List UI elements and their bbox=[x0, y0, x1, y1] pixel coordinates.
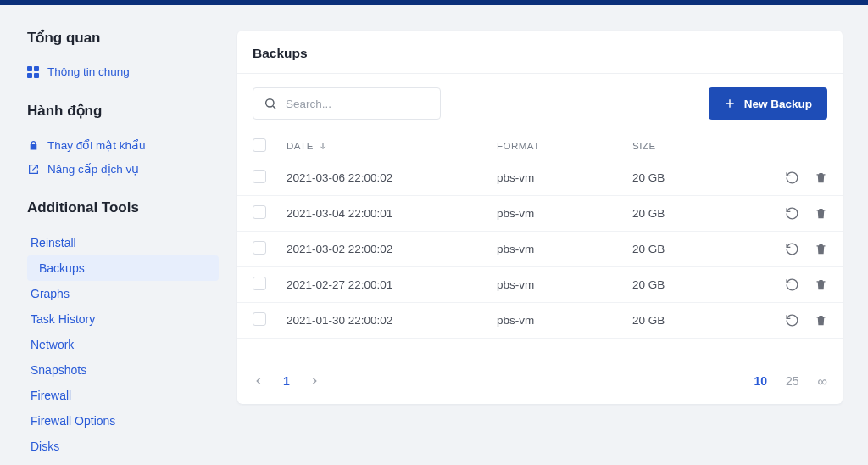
column-header-format[interactable]: FORMAT bbox=[497, 141, 632, 151]
sidebar-item-label: Firewall bbox=[31, 389, 71, 402]
main-content: Backups New Backup bbox=[237, 5, 868, 465]
restore-button[interactable] bbox=[785, 206, 799, 221]
cell-date: 2021-03-02 22:00:02 bbox=[287, 243, 497, 255]
cell-size: 20 GB bbox=[632, 278, 768, 291]
restore-button[interactable] bbox=[785, 242, 799, 256]
select-all-checkbox[interactable] bbox=[253, 138, 266, 152]
page-number[interactable]: 1 bbox=[283, 374, 290, 388]
pagination: 1 bbox=[253, 374, 320, 388]
column-header-date[interactable]: DATE bbox=[287, 141, 497, 151]
svg-rect-2 bbox=[27, 73, 32, 78]
prev-page-button[interactable] bbox=[253, 375, 264, 387]
sidebar-item-label: Graphs bbox=[31, 287, 70, 300]
sidebar-item-label: Thay đổi mật khẩu bbox=[47, 138, 146, 152]
sidebar-item-disks[interactable]: Disks bbox=[27, 434, 219, 459]
sidebar-section-tools: Additional Tools Reinstall Backups Graph… bbox=[27, 199, 219, 459]
column-label: FORMAT bbox=[497, 141, 540, 151]
column-label: DATE bbox=[287, 141, 314, 151]
cell-date: 2021-01-30 22:00:02 bbox=[287, 314, 497, 327]
sidebar-item-upgrade-service[interactable]: Nâng cấp dịch vụ bbox=[27, 157, 219, 181]
sidebar-section-title: Hành động bbox=[27, 102, 219, 120]
sidebar-item-label: Disks bbox=[31, 440, 59, 453]
sidebar-section-title: Tổng quan bbox=[27, 29, 219, 47]
sidebar-item-label: Snapshots bbox=[31, 363, 86, 377]
cell-format: pbs-vm bbox=[497, 314, 632, 327]
page-title: Backups bbox=[237, 31, 843, 74]
page-size-option[interactable]: ∞ bbox=[818, 374, 827, 389]
column-header-size[interactable]: SIZE bbox=[632, 141, 768, 151]
cell-size: 20 GB bbox=[632, 243, 768, 255]
cell-date: 2021-03-06 22:00:02 bbox=[287, 171, 497, 184]
table-row: 2021-03-04 22:00:01 pbs-vm 20 GB bbox=[237, 196, 843, 232]
sidebar-item-graphs[interactable]: Graphs bbox=[27, 281, 219, 306]
table-footer: 1 10 25 ∞ bbox=[237, 361, 843, 404]
cell-format: pbs-vm bbox=[497, 243, 632, 255]
page-size-option[interactable]: 25 bbox=[786, 374, 799, 388]
sidebar-section-overview: Tổng quan Thông tin chung bbox=[27, 29, 219, 83]
cell-size: 20 GB bbox=[632, 207, 768, 220]
sidebar-item-label: Firewall Options bbox=[31, 414, 115, 428]
sidebar-item-task-history[interactable]: Task History bbox=[27, 306, 219, 332]
svg-point-4 bbox=[266, 99, 274, 107]
backups-card: Backups New Backup bbox=[237, 31, 843, 404]
restore-button[interactable] bbox=[785, 277, 799, 292]
sidebar-section-title: Additional Tools bbox=[27, 199, 219, 216]
delete-button[interactable] bbox=[815, 171, 827, 184]
delete-button[interactable] bbox=[815, 207, 827, 220]
svg-rect-0 bbox=[27, 66, 32, 71]
row-checkbox[interactable] bbox=[253, 170, 266, 183]
page-size-option[interactable]: 10 bbox=[754, 374, 767, 388]
table-row: 2021-01-30 22:00:02 pbs-vm 20 GB bbox=[237, 303, 843, 339]
sidebar-section-actions: Hành động Thay đổi mật khẩu Nâng cấp dịc… bbox=[27, 102, 219, 181]
cell-size: 20 GB bbox=[632, 314, 768, 327]
cell-size: 20 GB bbox=[632, 171, 768, 184]
new-backup-button[interactable]: New Backup bbox=[709, 87, 827, 120]
backups-table: DATE FORMAT SIZE 2021-03-06 22:00:02 pbs… bbox=[237, 132, 843, 339]
column-label: SIZE bbox=[632, 141, 656, 151]
sidebar-item-general-info[interactable]: Thông tin chung bbox=[27, 60, 219, 83]
cell-format: pbs-vm bbox=[497, 278, 632, 291]
sidebar-item-label: Task History bbox=[31, 312, 95, 326]
row-checkbox[interactable] bbox=[253, 205, 266, 219]
sidebar-item-label: Thông tin chung bbox=[47, 65, 130, 78]
restore-button[interactable] bbox=[785, 313, 799, 328]
cell-date: 2021-03-04 22:00:01 bbox=[287, 207, 497, 220]
table-row: 2021-03-06 22:00:02 pbs-vm 20 GB bbox=[237, 160, 843, 196]
svg-rect-3 bbox=[34, 73, 39, 78]
search-icon bbox=[264, 97, 277, 110]
lock-icon bbox=[27, 139, 39, 151]
table-header: DATE FORMAT SIZE bbox=[237, 132, 843, 160]
delete-button[interactable] bbox=[815, 278, 827, 291]
restore-button[interactable] bbox=[785, 171, 799, 185]
svg-rect-1 bbox=[34, 66, 39, 71]
button-label: New Backup bbox=[744, 98, 812, 110]
plus-icon bbox=[724, 98, 736, 109]
external-link-icon bbox=[27, 163, 39, 175]
sidebar: Tổng quan Thông tin chung Hành động Thay… bbox=[0, 5, 237, 465]
row-checkbox[interactable] bbox=[253, 277, 266, 290]
cell-date: 2021-02-27 22:00:01 bbox=[287, 278, 497, 291]
sidebar-item-reinstall[interactable]: Reinstall bbox=[27, 230, 219, 255]
row-checkbox[interactable] bbox=[253, 241, 266, 255]
row-checkbox[interactable] bbox=[253, 312, 266, 326]
sidebar-item-firewall[interactable]: Firewall bbox=[27, 383, 219, 408]
sidebar-item-network[interactable]: Network bbox=[27, 332, 219, 357]
delete-button[interactable] bbox=[815, 314, 827, 327]
sidebar-item-firewall-options[interactable]: Firewall Options bbox=[27, 408, 219, 434]
sidebar-item-snapshots[interactable]: Snapshots bbox=[27, 357, 219, 383]
sidebar-item-backups[interactable]: Backups bbox=[27, 255, 219, 281]
sidebar-item-label: Backups bbox=[39, 261, 85, 275]
delete-button[interactable] bbox=[815, 243, 827, 255]
dashboard-icon bbox=[27, 66, 39, 78]
next-page-button[interactable] bbox=[309, 375, 320, 387]
sort-descending-icon bbox=[319, 142, 327, 150]
table-row: 2021-03-02 22:00:02 pbs-vm 20 GB bbox=[237, 232, 843, 267]
cell-format: pbs-vm bbox=[497, 207, 632, 220]
search-input-wrap[interactable] bbox=[253, 87, 441, 120]
search-input[interactable] bbox=[286, 98, 430, 110]
sidebar-item-change-password[interactable]: Thay đổi mật khẩu bbox=[27, 133, 219, 157]
cell-format: pbs-vm bbox=[497, 171, 632, 184]
toolbar: New Backup bbox=[237, 74, 843, 132]
sidebar-item-label: Network bbox=[31, 338, 74, 351]
table-row: 2021-02-27 22:00:01 pbs-vm 20 GB bbox=[237, 267, 843, 303]
